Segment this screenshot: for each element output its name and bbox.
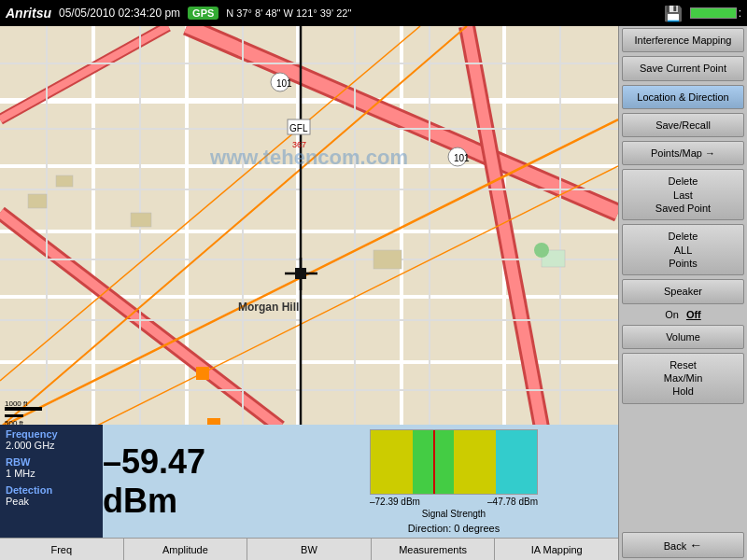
svg-point-50 (534, 243, 549, 258)
delete-last-saved-button[interactable]: Delete Last Saved Point (622, 169, 744, 220)
detection-value: Peak (6, 496, 97, 507)
speaker-label: Speaker (622, 279, 744, 303)
frequency-label: Frequency (6, 428, 97, 440)
svg-rect-45 (28, 194, 47, 208)
svg-rect-37 (207, 418, 220, 425)
svg-rect-46 (56, 175, 73, 187)
tab-freq[interactable]: Freq (0, 539, 124, 560)
tab-bw[interactable]: BW (247, 539, 372, 560)
dbm-value: –59.47 dBm (103, 442, 289, 521)
svg-rect-57 (5, 414, 23, 417)
reset-maxmin-button[interactable]: Reset Max/Min Hold (622, 353, 744, 404)
bottom-tabs: Freq Amplitude BW Measurements IA Mappin… (0, 538, 618, 560)
signal-strength-bar (690, 7, 737, 19)
header: Anritsu 05/05/2010 02:34:20 pm GPS N 37°… (0, 0, 747, 26)
signal-right-label: –47.78 dBm (487, 497, 538, 507)
svg-rect-43 (295, 268, 306, 279)
location-direction-button[interactable]: Location & Direction (622, 85, 744, 109)
signal-bar-header: : (690, 7, 741, 20)
signal-box (370, 429, 538, 495)
back-button[interactable]: Back ← (622, 532, 744, 558)
svg-text:101: 101 (454, 153, 470, 163)
map-svg: GFL 367 Morgan Hill 101 101 (0, 26, 618, 425)
tab-measurements[interactable]: Measurements (372, 539, 496, 560)
bottom-panel: Frequency 2.000 GHz RBW 1 MHz Detection … (0, 425, 618, 560)
main-area: GFL 367 Morgan Hill 101 101 (0, 26, 747, 560)
app-logo: Anritsu (6, 6, 51, 21)
direction-text: Direction: 0 degrees (408, 523, 500, 534)
detection-label: Detection (6, 484, 97, 496)
back-arrow-icon: ← (689, 538, 702, 553)
signal-center-label: Signal Strength (422, 509, 486, 519)
gps-badge: GPS (188, 7, 218, 20)
speaker-off-option[interactable]: Off (686, 309, 701, 320)
signal-yellow-left (371, 430, 413, 494)
signal-left-label: –72.39 dBm (370, 497, 420, 507)
signal-labels: –72.39 dBm –47.78 dBm (370, 497, 538, 507)
right-sidebar: Interference Mapping Save Current Point … (618, 26, 747, 560)
speaker-controls: On Off (619, 306, 747, 323)
save-current-point-button[interactable]: Save Current Point (622, 56, 744, 80)
signal-green-mid (413, 430, 455, 494)
signal-yellow-right (454, 430, 496, 494)
signal-cyan-right (496, 430, 538, 494)
save-icon[interactable]: 💾 (664, 5, 683, 22)
svg-text:500 ft: 500 ft (5, 419, 24, 425)
svg-text:101: 101 (276, 78, 292, 89)
freq-rbw-panel: Frequency 2.000 GHz RBW 1 MHz Detection … (0, 425, 103, 538)
bottom-info: Frequency 2.000 GHz RBW 1 MHz Detection … (0, 425, 618, 538)
tab-amplitude[interactable]: Amplitude (124, 539, 248, 560)
volume-button[interactable]: Volume (622, 325, 744, 349)
map-area[interactable]: GFL 367 Morgan Hill 101 101 (0, 26, 618, 425)
speaker-on-option[interactable]: On (665, 309, 679, 320)
gps-coords: N 37° 8' 48" W 121° 39' 22" (226, 7, 655, 19)
rbw-label: RBW (6, 456, 97, 468)
signal-strength-area: –72.39 dBm –47.78 dBm Signal Strength Di… (289, 425, 618, 538)
save-recall-button[interactable]: Save/Recall (622, 113, 744, 137)
svg-text:GFL: GFL (289, 123, 308, 133)
frequency-value: 2.000 GHz (6, 440, 97, 451)
back-label: Back (664, 540, 686, 552)
dbm-display: –59.47 dBm (103, 425, 289, 538)
points-map-button[interactable]: Points/Map → (622, 141, 744, 165)
sidebar-spacer (619, 406, 747, 530)
svg-text:367: 367 (292, 140, 306, 149)
svg-rect-47 (131, 213, 151, 227)
svg-text:Morgan Hill: Morgan Hill (238, 301, 299, 314)
rbw-value: 1 MHz (6, 468, 97, 479)
delete-all-points-button[interactable]: Delete ALL Points (622, 224, 744, 275)
signal-red-line (433, 430, 435, 494)
svg-text:1000 ft: 1000 ft (5, 399, 28, 408)
left-panel: GFL 367 Morgan Hill 101 101 (0, 26, 618, 560)
svg-rect-36 (196, 367, 209, 380)
svg-rect-48 (374, 250, 402, 269)
datetime: 05/05/2010 02:34:20 pm (59, 7, 180, 20)
interference-mapping-button[interactable]: Interference Mapping (622, 28, 744, 52)
tab-ia-mapping[interactable]: IA Mapping (495, 539, 618, 560)
